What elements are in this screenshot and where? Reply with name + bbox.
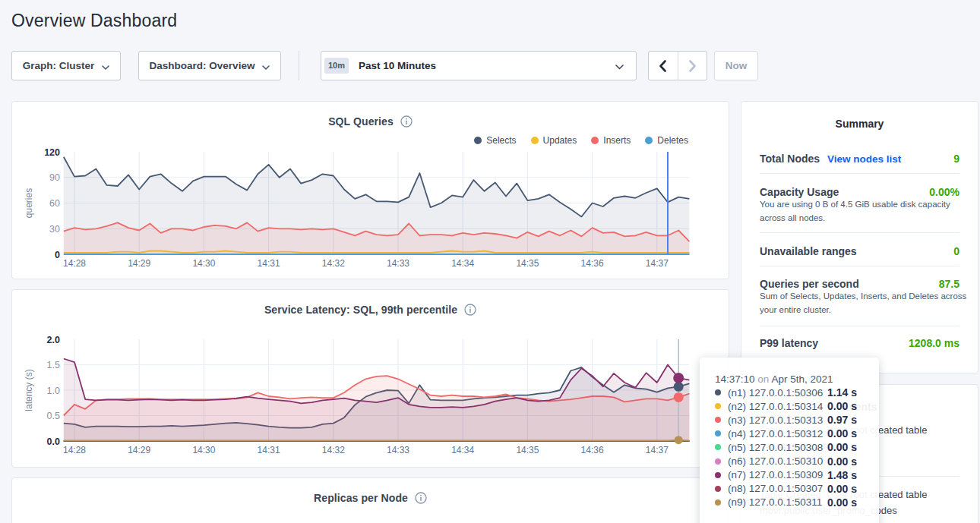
svg-text:14:35: 14:35 bbox=[516, 445, 539, 455]
tooltip-row: (n5) 127.0.0.1:503080.00 s bbox=[715, 440, 868, 454]
chart-hover-tooltip: 14:37:10 on Apr 5th, 2021 (n1) 127.0.0.1… bbox=[700, 358, 879, 523]
summary-row-label: Queries per second bbox=[760, 278, 859, 290]
tooltip-node-value: 0.00 s bbox=[827, 427, 857, 440]
svg-text:120: 120 bbox=[44, 147, 60, 158]
summary-row-header: Queries per second87.5 bbox=[760, 278, 959, 290]
time-window-badge: 10m bbox=[324, 58, 349, 74]
tooltip-row: (n9) 127.0.0.1:503110.00 s bbox=[715, 496, 868, 509]
summary-title: Summary bbox=[741, 102, 978, 130]
series-color-dot bbox=[715, 430, 721, 436]
svg-text:14:35: 14:35 bbox=[516, 258, 539, 269]
svg-text:14:30: 14:30 bbox=[192, 258, 215, 269]
tooltip-node-label: (n1) 127.0.0.1:50306 bbox=[728, 387, 827, 399]
svg-text:14:32: 14:32 bbox=[322, 445, 345, 455]
series-color-dot bbox=[715, 444, 721, 450]
svg-text:0.0: 0.0 bbox=[47, 436, 60, 447]
summary-row-header: P99 latency1208.0 ms bbox=[760, 337, 959, 349]
tooltip-node-value: 0.00 s bbox=[827, 496, 857, 509]
svg-text:14:37: 14:37 bbox=[646, 258, 669, 269]
tooltip-node-label: (n9) 127.0.0.1:50311 bbox=[728, 496, 827, 508]
tooltip-node-value: 0.00 s bbox=[827, 455, 857, 468]
summary-row-value: 1208.0 ms bbox=[909, 337, 959, 349]
chevron-down-icon bbox=[615, 59, 624, 73]
svg-text:90: 90 bbox=[49, 172, 60, 183]
now-button[interactable]: Now bbox=[714, 51, 758, 80]
dashboard-dropdown[interactable]: Dashboard: Overview bbox=[138, 51, 281, 80]
svg-text:14:34: 14:34 bbox=[451, 258, 474, 269]
svg-text:14:33: 14:33 bbox=[387, 445, 409, 455]
tooltip-time: 14:37:10 bbox=[715, 373, 755, 385]
summary-row: Queries per second87.5Sum of Selects, Up… bbox=[760, 266, 959, 326]
tooltip-node-value: 0.00 s bbox=[827, 483, 857, 495]
time-window-label: Past 10 Minutes bbox=[359, 60, 436, 71]
svg-text:1.0: 1.0 bbox=[47, 386, 60, 396]
chevron-down-icon bbox=[262, 59, 270, 73]
summary-rows: Total NodesView nodes list9Capacity Usag… bbox=[741, 130, 978, 357]
tooltip-row: (n6) 127.0.0.1:503100.00 s bbox=[715, 454, 868, 468]
summary-row-label: Capacity Usage bbox=[760, 186, 839, 198]
replicas-per-node-chart-panel: Replicas per Node bbox=[11, 477, 729, 523]
time-window-dropdown[interactable]: 10m Past 10 Minutes bbox=[321, 51, 637, 80]
svg-text:14:32: 14:32 bbox=[322, 258, 345, 269]
info-icon[interactable] bbox=[415, 492, 427, 504]
series-color-dot bbox=[715, 458, 721, 465]
svg-text:14:28: 14:28 bbox=[63, 258, 86, 269]
summary-row: Total NodesView nodes list9 bbox=[760, 130, 959, 174]
series-color-dot bbox=[715, 486, 721, 492]
svg-text:0: 0 bbox=[55, 250, 60, 260]
svg-text:latency (s): latency (s) bbox=[24, 369, 34, 411]
tooltip-node-label: (n8) 127.0.0.1:50307 bbox=[728, 483, 827, 494]
series-color-dot bbox=[715, 389, 721, 395]
tooltip-node-label: (n6) 127.0.0.1:50310 bbox=[728, 455, 827, 467]
tooltip-timestamp: 14:37:10 on Apr 5th, 2021 bbox=[715, 373, 868, 385]
summary-row-value: 87.5 bbox=[939, 278, 959, 290]
svg-text:60: 60 bbox=[49, 198, 60, 209]
tooltip-node-label: (n7) 127.0.0.1:50309 bbox=[728, 469, 827, 480]
svg-text:14:36: 14:36 bbox=[581, 258, 604, 269]
summary-row-header: Total NodesView nodes list9 bbox=[760, 153, 959, 165]
page-title: Overview Dashboard bbox=[11, 11, 177, 31]
summary-row-description: Sum of Selects, Updates, Inserts, and De… bbox=[760, 290, 969, 317]
summary-row-label: Unavailable ranges bbox=[760, 245, 857, 257]
tooltip-row: (n2) 127.0.0.1:503140.00 s bbox=[715, 399, 868, 413]
svg-text:30: 30 bbox=[49, 224, 60, 235]
tooltip-row: (n3) 127.0.0.1:503130.97 s bbox=[715, 413, 868, 427]
tooltip-on-word: on bbox=[757, 373, 769, 385]
graph-scope-dropdown[interactable]: Graph: Cluster bbox=[11, 51, 121, 80]
prev-time-button[interactable] bbox=[649, 52, 678, 80]
chevron-right-icon bbox=[689, 60, 696, 72]
svg-text:14:31: 14:31 bbox=[258, 445, 280, 455]
summary-row-header: Unavailable ranges0 bbox=[760, 245, 959, 257]
series-color-dot bbox=[715, 472, 721, 478]
next-time-button[interactable] bbox=[678, 52, 707, 80]
toolbar-divider bbox=[299, 51, 299, 80]
series-color-dot bbox=[715, 499, 721, 506]
tooltip-node-value: 1.14 s bbox=[827, 386, 857, 399]
summary-row-value: 9 bbox=[953, 153, 959, 165]
summary-row-header: Capacity Usage0.00% bbox=[760, 186, 959, 198]
svg-text:14:28: 14:28 bbox=[63, 445, 86, 455]
series-color-dot bbox=[715, 417, 721, 423]
svg-text:14:29: 14:29 bbox=[128, 445, 150, 455]
svg-text:14:31: 14:31 bbox=[258, 258, 280, 269]
sql-queries-chart-panel: SQL QueriesSelectsUpdatesInsertsDeletes0… bbox=[11, 101, 729, 279]
tooltip-node-value: 0.00 s bbox=[827, 441, 857, 453]
dashboard-dropdown-label: Dashboard: Overview bbox=[150, 60, 255, 71]
tooltip-row: (n1) 127.0.0.1:503061.14 s bbox=[715, 386, 868, 399]
summary-row: Capacity Usage0.00%You are using 0 B of … bbox=[760, 174, 959, 233]
sql-queries-plot: 030609012014:2814:2914:3014:3114:3214:33… bbox=[12, 102, 730, 280]
svg-text:14:33: 14:33 bbox=[387, 258, 409, 269]
time-pager bbox=[648, 51, 707, 80]
service-latency-chart-panel: Service Latency: SQL, 99th percentile0.0… bbox=[11, 289, 729, 468]
view-nodes-list-link[interactable]: View nodes list bbox=[827, 153, 901, 165]
chevron-down-icon bbox=[102, 59, 109, 73]
summary-row: Unavailable ranges0 bbox=[760, 233, 959, 266]
summary-row-description: You are using 0 B of 4.5 GiB usable disk… bbox=[760, 198, 969, 225]
svg-text:14:37: 14:37 bbox=[646, 445, 669, 455]
tooltip-row: (n4) 127.0.0.1:503120.00 s bbox=[715, 427, 868, 440]
summary-row-label: P99 latency bbox=[760, 337, 818, 349]
series-color-dot bbox=[715, 403, 721, 409]
summary-row-value: 0.00% bbox=[929, 186, 959, 198]
tooltip-row: (n7) 127.0.0.1:503091.48 s bbox=[715, 468, 868, 482]
chart-title-row: Replicas per Node bbox=[12, 490, 729, 506]
